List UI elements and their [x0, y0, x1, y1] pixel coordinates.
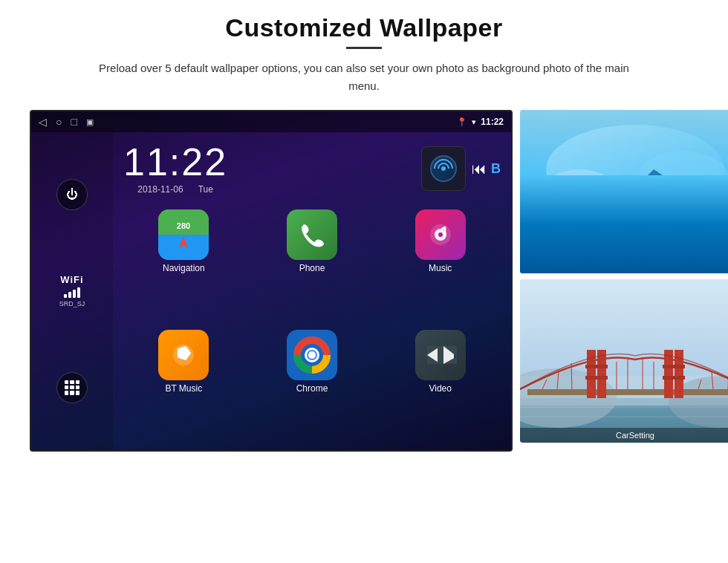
video-label: Video — [429, 383, 451, 394]
content-area: ◁ ○ □ ▣ 📍 ▾ 11:22 ⏻ WiFi — [30, 110, 698, 452]
svg-rect-41 — [585, 365, 608, 368]
music-icon — [415, 209, 466, 260]
bt-music-label: BT Music — [165, 383, 202, 394]
grid-cell — [65, 391, 68, 394]
svg-point-28 — [542, 169, 617, 214]
svg-rect-43 — [663, 365, 685, 368]
location-icon: 📍 — [457, 117, 467, 127]
wifi-label: WiFi — [59, 274, 85, 285]
navigation-icon: 280 — [158, 209, 209, 260]
video-icon — [415, 330, 466, 380]
app-item-bt-music[interactable]: ⭓ BT Music — [123, 330, 244, 443]
back-nav-icon[interactable]: ◁ — [39, 116, 47, 128]
wifi-bar-3 — [73, 290, 76, 298]
chrome-label: Chrome — [296, 383, 328, 394]
title-divider — [346, 47, 382, 49]
wifi-bar-1 — [64, 294, 67, 298]
grid-button[interactable] — [56, 372, 88, 403]
svg-point-7 — [438, 232, 443, 237]
status-bar: ◁ ○ □ ▣ 📍 ▾ 11:22 — [31, 111, 511, 132]
status-bar-right: 📍 ▾ 11:22 — [457, 117, 504, 127]
carsetting-label: CarSetting — [616, 431, 654, 440]
wifi-signal-icon: ▾ — [472, 117, 476, 127]
wifi-signal-circle — [430, 155, 457, 182]
svg-marker-30 — [520, 169, 728, 273]
page-title: Customized Wallpaper — [225, 13, 502, 42]
app-item-phone[interactable]: Phone — [252, 209, 373, 322]
power-button[interactable]: ⏻ — [56, 179, 88, 210]
grid-cell — [70, 385, 74, 389]
wallpaper-thumbnails: CarSetting — [520, 110, 728, 443]
wifi-app-icon[interactable] — [421, 146, 466, 191]
svg-point-16 — [308, 351, 316, 359]
status-bar-left: ◁ ○ □ ▣ — [39, 116, 94, 128]
app-grid: 280 Navigation Phone — [113, 202, 511, 450]
recents-nav-icon[interactable]: □ — [71, 116, 77, 128]
phone-label: Phone — [299, 263, 325, 273]
wifi-bars — [59, 287, 85, 298]
grid-cell — [70, 391, 74, 394]
svg-rect-38 — [597, 350, 606, 398]
grid-cell — [76, 391, 79, 394]
svg-rect-39 — [664, 350, 673, 398]
wifi-info: WiFi SRD_SJ — [59, 274, 85, 307]
bt-music-icon: ⭓ — [158, 330, 209, 380]
svg-rect-42 — [585, 376, 608, 380]
wifi-ssid: SRD_SJ — [59, 300, 85, 307]
svg-rect-44 — [663, 376, 685, 380]
photo-nav-icon[interactable]: ▣ — [86, 117, 94, 127]
left-sidebar: ⏻ WiFi SRD_SJ — [31, 132, 113, 450]
date-value: 2018-11-06 — [137, 184, 183, 195]
chrome-icon — [287, 330, 337, 380]
svg-marker-27 — [535, 177, 728, 273]
top-right-icons: ⏮ B — [421, 146, 501, 191]
clock-time: 11:22 — [123, 143, 227, 181]
svg-text:280: 280 — [177, 221, 190, 230]
wallpaper-thumb-bridge[interactable]: CarSetting — [520, 279, 728, 443]
navigation-label: Navigation — [163, 263, 205, 273]
grid-cell — [70, 380, 74, 384]
phone-icon — [287, 209, 337, 260]
day-value: Tue — [198, 184, 213, 195]
wallpaper-thumb-ice[interactable] — [520, 110, 728, 273]
svg-rect-25 — [520, 184, 728, 273]
power-icon: ⏻ — [66, 188, 78, 201]
android-screen: ◁ ○ □ ▣ 📍 ▾ 11:22 ⏻ WiFi — [30, 110, 513, 452]
svg-rect-22 — [438, 346, 443, 364]
svg-text:⭓: ⭓ — [177, 345, 192, 363]
android-main: 11:22 2018-11-06 Tue — [113, 132, 511, 450]
clock-block: 11:22 2018-11-06 Tue — [123, 143, 227, 195]
signal-arc-outer — [430, 155, 458, 183]
carsetting-overlay: CarSetting — [520, 428, 728, 443]
status-time: 11:22 — [481, 117, 504, 127]
svg-point-29 — [639, 151, 728, 203]
grid-icon — [65, 380, 79, 395]
home-nav-icon[interactable]: ○ — [56, 116, 62, 128]
media-icons: ⏮ B — [472, 160, 501, 178]
grid-cell — [65, 385, 68, 389]
app-item-navigation[interactable]: 280 Navigation — [123, 209, 244, 322]
grid-cell — [76, 385, 79, 389]
svg-rect-26 — [520, 192, 728, 273]
app-item-chrome[interactable]: Chrome — [252, 330, 373, 443]
prev-track-icon[interactable]: ⏮ — [472, 160, 487, 178]
app-item-video[interactable]: Video — [380, 330, 501, 443]
grid-cell — [76, 380, 79, 384]
app-item-music[interactable]: Music — [380, 209, 501, 322]
wifi-bar-2 — [68, 292, 71, 298]
clock-area: 11:22 2018-11-06 Tue — [113, 132, 511, 202]
page-subtitle: Preload over 5 default wallpaper options… — [97, 59, 631, 95]
grid-cell — [65, 380, 68, 384]
bluetooth-media-icon[interactable]: B — [491, 161, 501, 177]
wifi-bar-4 — [77, 287, 80, 298]
page-wrapper: Customized Wallpaper Preload over 5 defa… — [0, 0, 728, 563]
music-label: Music — [429, 263, 452, 273]
clock-date: 2018-11-06 Tue — [123, 184, 227, 195]
svg-rect-36 — [527, 389, 728, 395]
